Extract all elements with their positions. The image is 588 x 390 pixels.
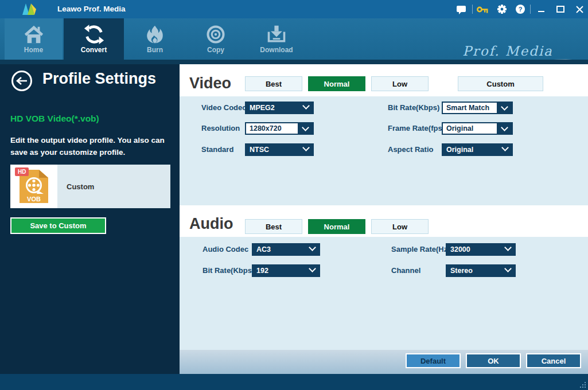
chevron-down-icon: [504, 244, 512, 251]
resolution-select[interactable]: 1280x720: [245, 122, 314, 135]
video-bitrate-select[interactable]: Smart Match: [442, 102, 513, 114]
burn-icon: [145, 24, 165, 45]
key-icon[interactable]: [476, 0, 489, 18]
video-settings-panel: Video Codec MPEG2 Resolution 1280x720 St…: [180, 96, 588, 205]
video-quality-custom-button[interactable]: Custom: [458, 76, 543, 91]
video-quality-best-button[interactable]: Best: [245, 76, 302, 91]
tab-copy[interactable]: Copy: [186, 18, 246, 60]
sample-rate-label: Sample Rate(Hz): [391, 243, 450, 256]
minimize-icon[interactable]: [535, 0, 547, 18]
tab-burn[interactable]: Burn: [125, 18, 185, 60]
svg-text:?: ?: [519, 6, 523, 13]
audio-codec-select[interactable]: AC3: [252, 243, 320, 256]
video-bitrate-label: Bit Rate(Kbps): [388, 102, 439, 114]
help-icon[interactable]: ?: [514, 0, 527, 18]
back-button[interactable]: [11, 71, 32, 91]
resolution-label: Resolution: [201, 122, 240, 135]
chevron-down-icon: [309, 265, 316, 272]
profile-settings-sidebar: Profile Settings HD VOB Video(*.vob) Edi…: [0, 64, 180, 374]
tab-home[interactable]: Home: [5, 18, 63, 60]
audio-quality-best-button[interactable]: Best: [245, 219, 302, 234]
profile-name: HD VOB Video(*.vob): [10, 114, 99, 124]
tab-convert[interactable]: Convert: [64, 18, 124, 60]
profile-description: Edit the output video profile. You also …: [10, 134, 173, 158]
channel-select[interactable]: Stereo: [446, 264, 516, 277]
tab-label: Burn: [147, 46, 163, 54]
audio-bitrate-label: Bit Rate(Kbps): [203, 264, 254, 277]
framerate-select[interactable]: Original: [442, 122, 513, 135]
titlebar-separator: [530, 5, 531, 14]
maximize-icon[interactable]: [554, 0, 567, 18]
back-arrow-icon: [16, 77, 28, 85]
leawo-logo-icon: [22, 3, 39, 17]
chevron-down-icon: [302, 102, 310, 110]
audio-header-band: Audio Best Normal Low: [180, 205, 588, 237]
close-icon[interactable]: [573, 0, 586, 18]
page-title: Profile Settings: [42, 70, 156, 88]
standard-select[interactable]: NTSC: [245, 143, 314, 156]
home-icon: [23, 24, 45, 45]
chevron-down-icon: [302, 144, 310, 151]
resize-grip[interactable]: [579, 381, 586, 388]
sample-rate-select[interactable]: 32000: [446, 243, 516, 256]
download-icon: [266, 24, 287, 45]
video-quality-normal-button[interactable]: Normal: [308, 76, 365, 91]
hd-badge: HD: [15, 167, 29, 176]
channel-label: Channel: [391, 264, 420, 277]
audio-codec-label: Audio Codec: [203, 243, 248, 256]
nav-shadow-strip: [0, 60, 588, 64]
audio-settings-panel: Audio Codec AC3 Bit Rate(Kbps) 192 Sampl…: [180, 237, 588, 350]
chevron-down-icon: [501, 103, 508, 111]
default-button[interactable]: Default: [406, 353, 461, 368]
audio-quality-normal-button[interactable]: Normal: [308, 219, 365, 234]
copy-icon: [205, 24, 226, 45]
cancel-button[interactable]: Cancel: [526, 353, 581, 368]
chevron-down-icon: [501, 124, 508, 131]
chevron-down-icon: [302, 124, 309, 131]
vob-file-icon-box: HD VOB: [10, 165, 57, 208]
video-section-heading: Video: [189, 75, 231, 92]
video-quality-low-button[interactable]: Low: [371, 76, 429, 91]
brand-text: Prof. Media: [442, 44, 574, 58]
convert-icon: [83, 24, 105, 45]
standard-label: Standard: [201, 143, 233, 156]
ok-button[interactable]: OK: [466, 353, 521, 368]
chevron-down-icon: [501, 144, 509, 151]
dialog-button-band: Default OK Cancel: [180, 350, 588, 374]
video-codec-select[interactable]: MPEG2: [245, 102, 314, 114]
settings-icon[interactable]: [496, 0, 508, 18]
tab-download[interactable]: Download: [247, 18, 306, 60]
video-header-band: Video Best Normal Low Custom: [180, 64, 588, 96]
video-codec-label: Video Codec: [201, 102, 247, 114]
custom-profile-item[interactable]: HD VOB Custom: [10, 165, 170, 208]
tab-label: Download: [260, 46, 293, 54]
window-title: Leawo Prof. Media: [57, 0, 126, 18]
audio-bitrate-select[interactable]: 192: [252, 264, 320, 277]
audio-quality-low-button[interactable]: Low: [371, 219, 429, 234]
tab-label: Convert: [81, 46, 107, 54]
aspect-ratio-label: Aspect Ratio: [388, 143, 433, 156]
titlebar: Leawo Prof. Media ?: [0, 0, 588, 18]
audio-section-heading: Audio: [189, 215, 233, 233]
save-to-custom-button[interactable]: Save to Custom: [10, 217, 106, 234]
main-navbar: Home Convert Burn: [0, 18, 588, 60]
framerate-label: Frame Rate(fps): [388, 122, 445, 135]
tab-label: Copy: [207, 46, 224, 54]
chevron-down-icon: [504, 265, 512, 272]
chevron-down-icon: [309, 244, 316, 251]
custom-profile-label: Custom: [57, 165, 170, 208]
titlebar-separator: [472, 5, 473, 14]
svg-text:VOB: VOB: [27, 196, 41, 202]
message-icon[interactable]: [455, 0, 468, 18]
aspect-ratio-select[interactable]: Original: [442, 143, 513, 156]
tab-label: Home: [24, 46, 43, 54]
status-footer: [0, 374, 588, 390]
